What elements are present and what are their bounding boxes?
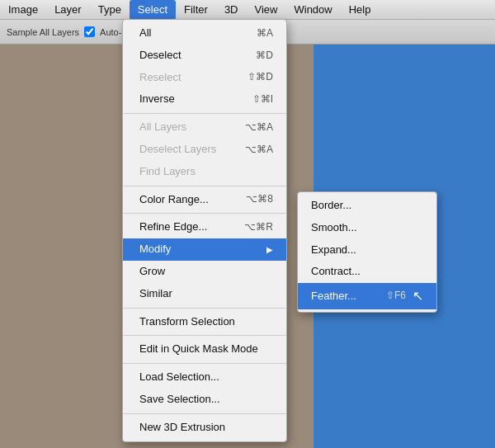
submenu-feather-shortcut: ⇧F6 [386,288,406,304]
menu-item-image[interactable]: Image [0,0,46,20]
menu-deselect-layers-shortcut: ⌥⌘A [245,142,273,158]
menu-grow[interactable]: Grow [123,261,286,283]
separator-7 [123,413,286,414]
menu-find-layers-label: Find Layers [139,163,196,181]
submenu-border-label: Border... [311,197,351,215]
menu-item-select[interactable]: Select [130,0,176,20]
menu-deselect-layers-label: Deselect Layers [139,141,216,158]
separator-3 [123,213,286,214]
menu-all[interactable]: All ⌘A [123,22,286,45]
sample-all-layers-label: Sample All Layers [7,27,79,37]
menu-item-3d[interactable]: 3D [216,0,247,20]
menu-item-help[interactable]: Help [341,0,380,20]
menu-all-layers-label: All Layers [139,119,186,136]
select-dropdown: All ⌘A Deselect ⌘D Reselect ⇧⌘D Inverse … [122,19,287,442]
menu-deselect-shortcut: ⌘D [256,48,273,64]
menu-item-view[interactable]: View [247,0,286,20]
submenu-feather-label: Feather... [311,288,356,305]
submenu-border[interactable]: Border... [298,195,436,217]
separator-6 [123,363,286,364]
separator-2 [123,186,286,186]
menu-save-selection[interactable]: Save Selection... [123,389,286,411]
separator-4 [123,308,286,309]
submenu-contract-label: Contract... [311,263,361,281]
menu-item-type[interactable]: Type [90,0,130,20]
menu-similar[interactable]: Similar [123,283,286,305]
separator-1 [123,113,286,114]
menu-color-range[interactable]: Color Range... ⌥⌘8 [123,189,286,211]
menubar: Image Layer Type Select Filter 3D View W… [0,0,495,20]
menu-modify[interactable]: Modify ▶ [123,238,286,261]
sample-all-layers-checkbox[interactable] [84,26,95,37]
menu-item-window[interactable]: Window [285,0,340,20]
menu-reselect-shortcut: ⇧⌘D [248,69,273,85]
menu-new-3d-extrusion[interactable]: New 3D Extrusion [123,417,286,439]
submenu-expand-label: Expand... [311,242,356,259]
separator-5 [123,335,286,336]
menu-color-range-shortcut: ⌥⌘8 [246,191,273,207]
menu-load-selection-label: Load Selection... [139,369,219,386]
menu-grow-label: Grow [139,263,165,281]
submenu-smooth[interactable]: Smooth... [298,217,436,239]
submenu-expand[interactable]: Expand... [298,239,436,262]
modify-submenu: Border... Smooth... Expand... Contract..… [297,191,437,313]
menu-reselect: Reselect ⇧⌘D [123,67,286,89]
menu-new-3d-extrusion-label: New 3D Extrusion [139,419,225,436]
menu-color-range-label: Color Range... [139,191,209,209]
submenu-feather[interactable]: Feather... ⇧F6 ↖ [298,283,436,309]
menu-item-filter[interactable]: Filter [176,0,216,20]
menu-deselect-label: Deselect [139,47,182,64]
menu-transform-selection[interactable]: Transform Selection [123,311,286,333]
cursor-icon: ↖ [412,285,423,307]
menu-all-shortcut: ⌘A [257,26,273,41]
menu-transform-selection-label: Transform Selection [139,314,235,331]
menu-reselect-label: Reselect [139,69,182,87]
menu-refine-edge[interactable]: Refine Edge... ⌥⌘R [123,216,286,238]
menu-deselect[interactable]: Deselect ⌘D [123,45,286,67]
menu-inverse[interactable]: Inverse ⇧⌘I [123,88,286,111]
menu-quick-mask-label: Edit in Quick Mask Mode [139,341,258,358]
menu-inverse-shortcut: ⇧⌘I [252,92,273,107]
menu-quick-mask[interactable]: Edit in Quick Mask Mode [123,338,286,361]
menu-save-selection-label: Save Selection... [139,391,220,408]
menu-inverse-label: Inverse [139,91,175,108]
menu-modify-label: Modify [139,241,171,258]
submenu-arrow: ▶ [266,243,273,257]
menu-refine-edge-label: Refine Edge... [139,219,207,236]
menu-all-label: All [139,25,151,42]
menu-refine-edge-shortcut: ⌥⌘R [244,219,273,235]
menu-similar-label: Similar [139,285,172,303]
menu-all-layers: All Layers ⌥⌘A [123,116,286,139]
menu-load-selection[interactable]: Load Selection... [123,366,286,389]
menu-all-layers-shortcut: ⌥⌘A [245,120,273,135]
submenu-contract[interactable]: Contract... [298,261,436,283]
menu-deselect-layers: Deselect Layers ⌥⌘A [123,139,286,161]
menu-item-layer[interactable]: Layer [46,0,90,20]
submenu-smooth-label: Smooth... [311,219,357,237]
menu-find-layers: Find Layers [123,161,286,183]
